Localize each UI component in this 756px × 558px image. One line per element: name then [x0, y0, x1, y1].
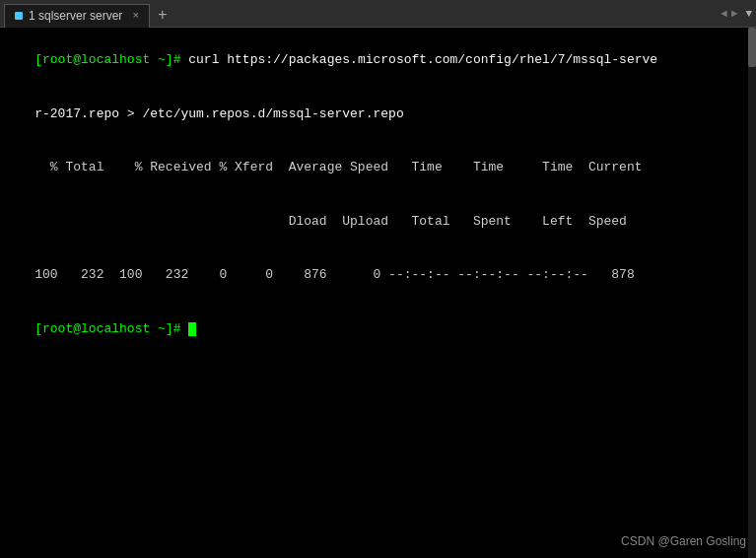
curl-header-2: Dload Upload Total Spent Left Speed [34, 214, 627, 229]
terminal-area[interactable]: [root@localhost ~]# curl https://package… [0, 28, 756, 558]
scrollbar-thumb[interactable] [748, 28, 756, 67]
title-bar-controls: ◄ ► ▼ [721, 8, 752, 20]
terminal-cursor [188, 322, 196, 336]
terminal-line-3: Dload Upload Total Spent Left Speed [4, 195, 752, 249]
active-tab[interactable]: 1 sqlserver server × [4, 4, 150, 28]
title-bar: 1 sqlserver server × + ◄ ► ▼ [0, 0, 756, 28]
tab-icon [15, 12, 23, 20]
scrollbar[interactable] [748, 28, 756, 558]
terminal-line-5: [root@localhost ~]# [4, 303, 752, 357]
command-1: curl https://packages.microsoft.com/conf… [188, 52, 657, 67]
prompt-2: [root@localhost ~]# [34, 321, 188, 336]
nav-prev-icon: ◄ [721, 8, 727, 20]
terminal-line-4: 100 232 100 232 0 0 876 0 --:--:-- --:--… [4, 248, 752, 303]
new-tab-button[interactable]: + [150, 4, 175, 28]
watermark: CSDN @Garen Gosling [621, 534, 746, 548]
nav-dropdown-button[interactable]: ▼ [745, 8, 752, 20]
prompt-1: [root@localhost ~]# [34, 52, 188, 67]
nav-next-button[interactable]: ► [731, 8, 738, 20]
tab-close-button[interactable]: × [132, 10, 139, 22]
nav-prev-button[interactable]: ◄ [721, 8, 727, 20]
dropdown-icon: ▼ [745, 8, 752, 20]
tab-label: 1 sqlserver server [29, 9, 122, 23]
tab-bar: 1 sqlserver server × + [4, 2, 175, 26]
terminal-line-1b: r-2017.repo > /etc/yum.repos.d/mssql-ser… [4, 88, 752, 142]
curl-header-1: % Total % Received % Xferd Average Speed… [34, 160, 642, 174]
nav-next-icon: ► [731, 8, 738, 20]
terminal-line-2: % Total % Received % Xferd Average Speed… [4, 141, 752, 195]
curl-data: 100 232 100 232 0 0 876 0 --:--:-- --:--… [34, 267, 635, 282]
command-1b: r-2017.repo > /etc/yum.repos.d/mssql-ser… [34, 106, 403, 121]
terminal-line-1: [root@localhost ~]# curl https://package… [4, 34, 752, 88]
